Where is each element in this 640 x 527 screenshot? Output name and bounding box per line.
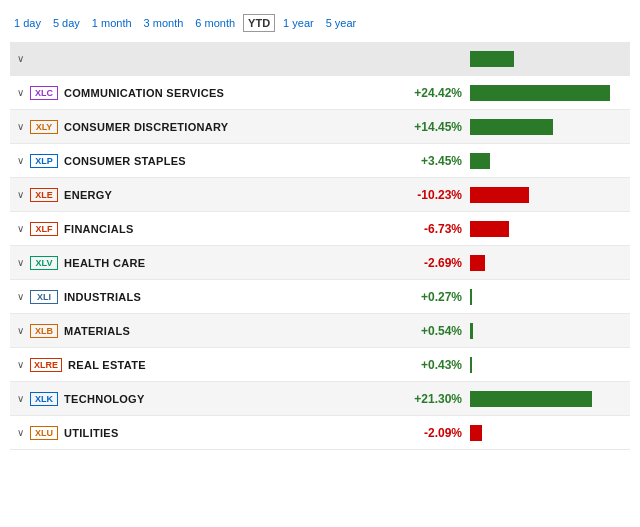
sector-pct-xle: -10.23% — [387, 188, 462, 202]
bar-container-xlp — [470, 151, 630, 171]
ticker-badge-xlu: XLU — [30, 426, 58, 440]
sector-tracker-container: 1 day5 day1 month3 month6 monthYTD1 year… — [0, 0, 640, 458]
sector-row: ∨XLPCONSUMER STAPLES+3.45% — [10, 144, 630, 178]
bar-container-xle — [470, 185, 630, 205]
sector-name-xlv: HEALTH CARE — [64, 257, 387, 269]
sector-chevron-xle[interactable]: ∨ — [10, 189, 30, 200]
time-tab-1-day[interactable]: 1 day — [10, 15, 45, 31]
bar-xlu — [470, 425, 482, 441]
sector-chevron-xli[interactable]: ∨ — [10, 291, 30, 302]
ticker-badge-xle: XLE — [30, 188, 58, 202]
sector-pct-xlre: +0.43% — [387, 358, 462, 372]
bar-xle — [470, 187, 529, 203]
sector-row: ∨XLIINDUSTRIALS+0.27% — [10, 280, 630, 314]
sector-name-xlb: MATERIALS — [64, 325, 387, 337]
sector-name-xlp: CONSUMER STAPLES — [64, 155, 387, 167]
sector-chevron-xlp[interactable]: ∨ — [10, 155, 30, 166]
bar-container-xlb — [470, 321, 630, 341]
ticker-badge-xlre: XLRE — [30, 358, 62, 372]
sector-row: ∨XLFFINANCIALS-6.73% — [10, 212, 630, 246]
sector-name-xlc: COMMUNICATION SERVICES — [64, 87, 387, 99]
ticker-badge-xlp: XLP — [30, 154, 58, 168]
sector-pct-xlk: +21.30% — [387, 392, 462, 406]
bar-container-xli — [470, 287, 630, 307]
sector-row: ∨XLEENERGY-10.23% — [10, 178, 630, 212]
bar-container-xlk — [470, 389, 630, 409]
sector-pct-xli: +0.27% — [387, 290, 462, 304]
bar-xlf — [470, 221, 509, 237]
sp500-bar-container — [470, 49, 630, 69]
sector-chevron-xlre[interactable]: ∨ — [10, 359, 30, 370]
sp500-chevron[interactable]: ∨ — [10, 53, 30, 64]
sector-chevron-xly[interactable]: ∨ — [10, 121, 30, 132]
ticker-badge-xli: XLI — [30, 290, 58, 304]
bar-xlk — [470, 391, 592, 407]
bar-container-xlv — [470, 253, 630, 273]
bar-xlv — [470, 255, 485, 271]
sector-pct-xlb: +0.54% — [387, 324, 462, 338]
sector-row: ∨XLVHEALTH CARE-2.69% — [10, 246, 630, 280]
time-period-tabs: 1 day5 day1 month3 month6 monthYTD1 year… — [10, 14, 630, 32]
sector-row: ∨XLYCONSUMER DISCRETIONARY+14.45% — [10, 110, 630, 144]
sector-pct-xly: +14.45% — [387, 120, 462, 134]
bar-xly — [470, 119, 553, 135]
sector-name-xlre: REAL ESTATE — [68, 359, 387, 371]
bar-container-xlre — [470, 355, 630, 375]
sp500-row: ∨ — [10, 42, 630, 76]
time-tab-6-month[interactable]: 6 month — [191, 15, 239, 31]
time-tab-5-year[interactable]: 5 year — [322, 15, 361, 31]
bar-container-xlu — [470, 423, 630, 443]
time-tab-3-month[interactable]: 3 month — [140, 15, 188, 31]
sector-chevron-xlc[interactable]: ∨ — [10, 87, 30, 98]
sector-row: ∨XLREREAL ESTATE+0.43% — [10, 348, 630, 382]
bar-xlp — [470, 153, 490, 169]
sector-row: ∨XLBMATERIALS+0.54% — [10, 314, 630, 348]
ticker-badge-xlk: XLK — [30, 392, 58, 406]
sector-pct-xlf: -6.73% — [387, 222, 462, 236]
sp500-bar — [470, 51, 514, 67]
sector-pct-xlc: +24.42% — [387, 86, 462, 100]
sector-name-xlu: UTILITIES — [64, 427, 387, 439]
time-tab-ytd[interactable]: YTD — [243, 14, 275, 32]
sector-row: ∨XLCCOMMUNICATION SERVICES+24.42% — [10, 76, 630, 110]
time-tab-5-day[interactable]: 5 day — [49, 15, 84, 31]
sector-pct-xlp: +3.45% — [387, 154, 462, 168]
sector-pct-xlu: -2.09% — [387, 426, 462, 440]
sector-name-xli: INDUSTRIALS — [64, 291, 387, 303]
ticker-badge-xlv: XLV — [30, 256, 58, 270]
ticker-badge-xlc: XLC — [30, 86, 58, 100]
ticker-badge-xly: XLY — [30, 120, 58, 134]
sector-chevron-xlu[interactable]: ∨ — [10, 427, 30, 438]
bar-xli — [470, 289, 472, 305]
bar-container-xly — [470, 117, 630, 137]
sector-name-xlk: TECHNOLOGY — [64, 393, 387, 405]
sector-name-xle: ENERGY — [64, 189, 387, 201]
time-tab-1-year[interactable]: 1 year — [279, 15, 318, 31]
bar-xlre — [470, 357, 472, 373]
bar-xlc — [470, 85, 610, 101]
sector-chevron-xlv[interactable]: ∨ — [10, 257, 30, 268]
sector-chevron-xlf[interactable]: ∨ — [10, 223, 30, 234]
ticker-badge-xlf: XLF — [30, 222, 58, 236]
sector-pct-xlv: -2.69% — [387, 256, 462, 270]
bar-container-xlf — [470, 219, 630, 239]
sector-name-xlf: FINANCIALS — [64, 223, 387, 235]
sector-table: ∨ ∨XLCCOMMUNICATION SERVICES+24.42%∨XLYC… — [10, 42, 630, 450]
sector-chevron-xlk[interactable]: ∨ — [10, 393, 30, 404]
ticker-badge-xlb: XLB — [30, 324, 58, 338]
sector-name-xly: CONSUMER DISCRETIONARY — [64, 121, 387, 133]
sector-chevron-xlb[interactable]: ∨ — [10, 325, 30, 336]
sector-row: ∨XLUUTILITIES-2.09% — [10, 416, 630, 450]
time-tab-1-month[interactable]: 1 month — [88, 15, 136, 31]
bar-container-xlc — [470, 83, 630, 103]
sector-row: ∨XLKTECHNOLOGY+21.30% — [10, 382, 630, 416]
bar-xlb — [470, 323, 473, 339]
